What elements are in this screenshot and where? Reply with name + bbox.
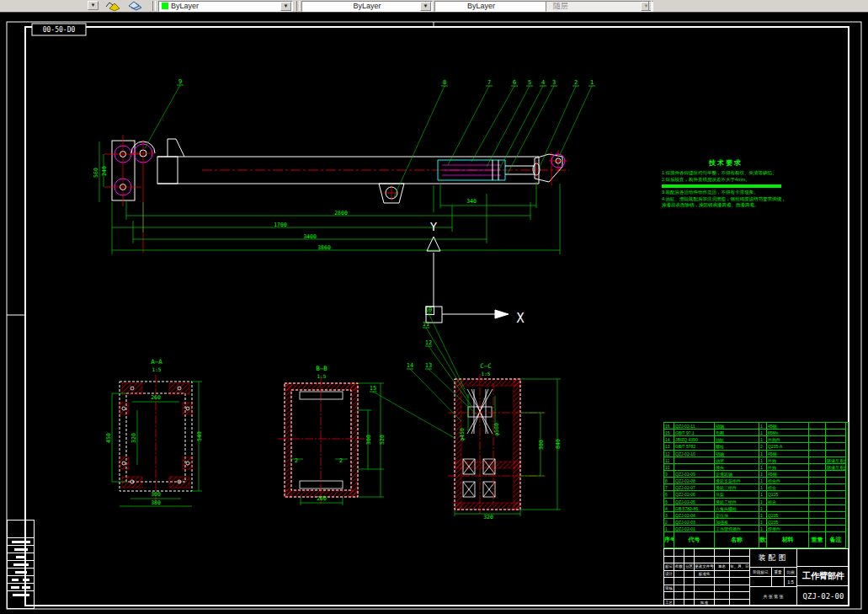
technical-requirements-notes: 技术要求 1.焊接件各焊缝应均匀平整，不得有裂纹、夹渣等缺陷。2.焊后校直，构件…	[662, 158, 790, 209]
balloon-number: 6	[513, 79, 516, 86]
dimension-text: 540	[196, 431, 203, 441]
bom-cell: 螺栓	[715, 443, 759, 450]
bom-cell	[809, 443, 826, 450]
bom-cell	[826, 430, 846, 436]
dimension-text: 2800	[334, 210, 348, 216]
title-block-grid-cell	[695, 578, 715, 585]
bom-cell	[809, 457, 826, 464]
dimension-text: 340	[466, 198, 477, 205]
balloon-number: 7	[487, 79, 491, 86]
title-block-grid-cell: 分区	[684, 563, 695, 571]
dimension-text: 320	[483, 514, 493, 521]
bom-cell: 外购件	[767, 436, 809, 443]
notes-dense-line	[662, 184, 781, 188]
title-block-grid-cell	[674, 578, 684, 585]
properties-toolbar: ▼ ByLayer ▼ ByLayer ▼ ByLayer ▼ 随层 ▼	[0, 0, 868, 13]
bom-header-cell: 数量	[759, 532, 767, 548]
title-block-grid-cell	[695, 592, 715, 600]
bom-cell: QZJ-02-08	[674, 478, 715, 484]
bom-cell: 16	[664, 423, 674, 430]
bom-cell: 8	[664, 478, 674, 484]
bom-cell: QZJ-02-11	[674, 423, 715, 430]
section-scale-label: 1:5	[482, 371, 491, 376]
ucs-icon: Y X	[426, 220, 525, 326]
bom-cell: 销轴	[715, 451, 759, 457]
bom-cell	[809, 491, 826, 498]
title-block-grid-cell	[695, 549, 715, 557]
bom-cell: QZJ-02-09	[674, 471, 715, 478]
dimension-text: φ450	[459, 428, 466, 441]
bom-cell: GB/T 5782	[674, 443, 715, 450]
bom-header-cell: 名称	[715, 532, 759, 548]
bom-cell: 定位块	[715, 512, 759, 519]
make-object-layer-current-icon[interactable]	[103, 0, 145, 11]
section-scale-label: 1:5	[317, 373, 327, 379]
bom-cell	[826, 499, 846, 505]
title-block-grid-cell	[715, 578, 730, 585]
bom-cell: 45钢	[767, 471, 809, 478]
title-block-grid-cell	[684, 549, 695, 557]
bom-cell	[809, 512, 826, 519]
balloon-leader-line	[410, 369, 461, 421]
bom-cell: QZJ-02-06	[674, 491, 715, 498]
dimension-text: 380	[151, 499, 161, 506]
chevron-down-icon[interactable]: ▼	[420, 2, 431, 11]
notes-line: 2.焊后校直，构件直线度误差不大于4mm。	[662, 177, 790, 184]
bom-cell	[826, 471, 846, 478]
balloon-number: 14	[407, 362, 413, 369]
plotstyle-control-combo: 随层 ▼	[546, 1, 653, 12]
title-block-grid-cell: 处数	[674, 563, 684, 571]
dimension-text: 520	[379, 435, 386, 445]
color-control-combo[interactable]: ByLayer ▼	[158, 1, 293, 12]
title-block-grid-cell	[715, 557, 730, 564]
dimension-text: 450	[105, 433, 112, 443]
bom-cell: GB/T 97.1	[674, 430, 715, 436]
bom-cell: 随液压系统	[826, 457, 846, 464]
title-block-grid-cell	[730, 585, 750, 593]
bom-cell: 油缸	[715, 436, 759, 443]
bom-cell	[826, 451, 846, 457]
title-block-grid-cell: 批准	[695, 600, 715, 607]
bom-cell: 1	[759, 512, 767, 519]
dimension-text: 560	[93, 168, 99, 178]
dimension-text: 240	[101, 166, 108, 176]
bom-cell	[809, 505, 826, 512]
hydraulic-cylinder	[438, 160, 535, 180]
bom-cell	[826, 491, 846, 498]
bom-cell: 焊接件	[767, 526, 809, 532]
bom-cell: 1	[759, 430, 767, 436]
title-block-grid-cell: 标记	[664, 563, 674, 571]
lineweight-combo-value: ByLayer	[467, 2, 495, 10]
chevron-down-icon[interactable]: ▼	[280, 2, 291, 11]
bom-cell: QZJ-02-10	[674, 451, 715, 457]
dimension-text: 300	[365, 435, 372, 445]
linetype-control-combo[interactable]: ByLayer ▼	[301, 1, 433, 12]
bom-header-cell: 备注	[826, 532, 846, 548]
bom-cell: 5	[664, 499, 674, 505]
bom-cell	[809, 451, 826, 457]
title-block-grid-cell	[684, 578, 695, 585]
bom-cell: 1	[759, 451, 767, 457]
balloon-number: 2	[574, 79, 578, 86]
bom-cell	[809, 499, 826, 505]
bom-cell: 外购	[767, 457, 809, 464]
title-block-grid-cell	[730, 549, 750, 557]
bom-cell: 45钢	[767, 423, 809, 430]
doc-number-box: 00-50-D0	[32, 24, 86, 35]
bom-cell: 13	[664, 443, 674, 450]
bom-cell: 滑轮支架组件	[715, 478, 759, 484]
bom-cell	[809, 430, 826, 436]
bom-cell: 15	[664, 430, 674, 436]
bom-cell: Q235	[767, 519, 809, 526]
stage-label-cell: 阶段标记	[750, 568, 772, 577]
parts-list-table: 16QZJ-02-11销轴145钢15GB/T 97.1垫圈165Mn14JB/…	[663, 422, 849, 549]
bom-cell	[826, 443, 846, 450]
sheet-count-cell: 共 张 第 张	[750, 587, 797, 606]
bom-cell: 1	[664, 526, 674, 532]
bom-cell	[826, 484, 846, 491]
title-block-grid-cell	[715, 571, 730, 579]
title-block-grid-cell	[664, 578, 674, 585]
balloon-leader-line	[507, 86, 554, 175]
dimension-text: 300	[538, 440, 545, 450]
corner-signature-table	[7, 520, 35, 609]
